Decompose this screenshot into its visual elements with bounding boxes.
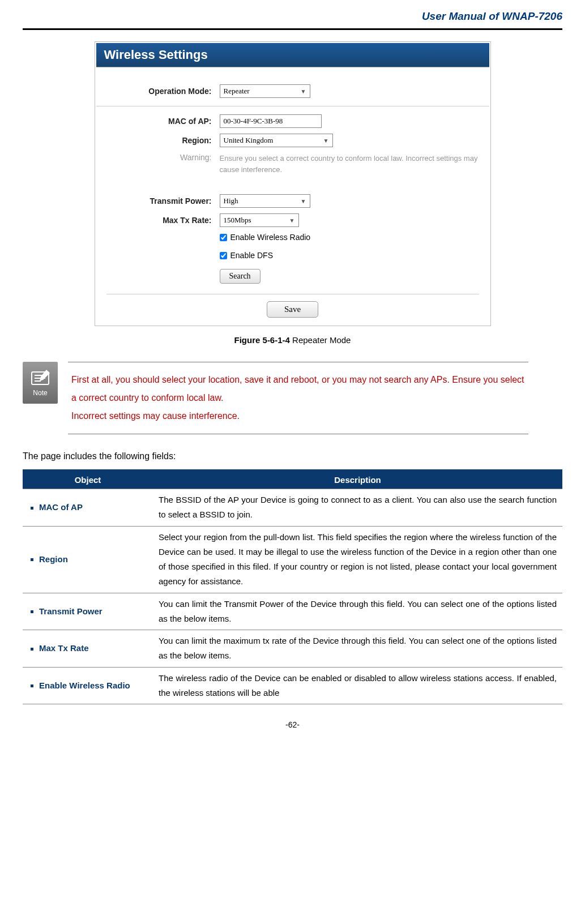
table-row: Region Select your region from the pull-… (23, 526, 562, 593)
label-mac-of-ap: MAC of AP: (106, 117, 220, 126)
header-rule (23, 28, 562, 30)
mac-of-ap-input[interactable]: 00-30-4F-9C-3B-98 (220, 114, 322, 128)
region-select[interactable]: United Kingdom ▼ (220, 134, 333, 147)
figure-caption-text: Repeater Mode (290, 335, 351, 345)
chevron-down-icon: ▼ (289, 217, 295, 224)
bullet-icon (31, 610, 33, 613)
row-search: Search (106, 269, 479, 284)
transmit-power-value: High (224, 196, 238, 206)
row-enable-wireless-radio: Enable Wireless Radio (106, 233, 479, 245)
row-warning: Warning: Ensure you select a correct cou… (106, 153, 479, 175)
label-max-tx-rate: Max Tx Rate: (106, 216, 220, 225)
table-row: Transmit Power You can limit the Transmi… (23, 593, 562, 630)
enable-dfs-checkbox[interactable] (220, 252, 227, 259)
th-description: Description (153, 470, 562, 489)
figure-number: Figure 5-6-1-4 (234, 335, 290, 345)
obj-desc: The BSSID of the AP your Device is going… (153, 489, 562, 527)
obj-name: Enable Wireless Radio (39, 681, 130, 690)
table-row: Enable Wireless Radio The wireless radio… (23, 667, 562, 704)
label-warning: Warning: (106, 153, 220, 162)
note-line-1: First at all, you should select your loc… (71, 371, 525, 407)
region-value: United Kingdom (224, 136, 274, 145)
label-transmit-power: Transmit Power: (106, 196, 220, 206)
note-icon-label: Note (33, 389, 47, 397)
table-row: Max Tx Rate You can limit the maximum tx… (23, 630, 562, 668)
enable-wireless-radio-checkbox[interactable] (220, 234, 227, 241)
pencil-note-icon (29, 369, 51, 387)
operation-mode-value: Repeater (224, 87, 250, 96)
row-operation-mode: Operation Mode: Repeater ▼ (106, 84, 479, 98)
note-line-2: Incorrect settings may cause interferenc… (71, 407, 525, 425)
note-icon: Note (23, 362, 58, 404)
note-content: First at all, you should select your loc… (68, 362, 528, 434)
obj-name: MAC of AP (39, 502, 83, 512)
intro-text: The page includes the following fields: (23, 451, 562, 461)
row-save: Save (106, 294, 479, 318)
page-footer: -62- (23, 720, 562, 729)
mac-of-ap-value: 00-30-4F-9C-3B-98 (224, 117, 283, 126)
divider (96, 106, 489, 106)
bullet-icon (31, 648, 33, 651)
obj-desc: You can limit the maximum tx rate of the… (153, 630, 562, 668)
obj-desc: You can limit the Transmit Power of the … (153, 593, 562, 630)
max-tx-rate-value: 150Mbps (224, 216, 251, 225)
bullet-icon (31, 685, 33, 687)
fields-table: Object Description MAC of AP The BSSID o… (23, 469, 562, 704)
wireless-settings-screenshot: Wireless Settings Operation Mode: Repeat… (95, 41, 491, 326)
row-max-tx-rate: Max Tx Rate: 150Mbps ▼ (106, 213, 479, 227)
warning-text: Ensure you select a correct country to c… (220, 153, 479, 175)
enable-dfs-label: Enable DFS (230, 251, 273, 260)
obj-desc: Select your region from the pull-down li… (153, 526, 562, 593)
enable-wireless-radio-label: Enable Wireless Radio (230, 233, 311, 242)
obj-name: Max Tx Rate (39, 643, 89, 653)
note-block: Note First at all, you should select you… (23, 362, 528, 434)
row-transmit-power: Transmit Power: High ▼ (106, 194, 479, 208)
operation-mode-select[interactable]: Repeater ▼ (220, 84, 310, 98)
row-mac-of-ap: MAC of AP: 00-30-4F-9C-3B-98 (106, 114, 479, 128)
chevron-down-icon: ▼ (301, 198, 306, 204)
row-region: Region: United Kingdom ▼ (106, 134, 479, 147)
row-enable-dfs: Enable DFS (106, 251, 479, 263)
search-button[interactable]: Search (220, 269, 261, 284)
doc-header-title: User Manual of WNAP-7206 (23, 0, 562, 28)
save-button[interactable]: Save (267, 301, 318, 318)
obj-name: Transmit Power (39, 606, 103, 616)
obj-name: Region (39, 554, 68, 564)
panel-title: Wireless Settings (96, 43, 489, 67)
figure-caption: Figure 5-6-1-4 Repeater Mode (23, 335, 562, 345)
chevron-down-icon: ▼ (301, 88, 306, 95)
chevron-down-icon: ▼ (323, 138, 329, 144)
bullet-icon (31, 507, 33, 510)
obj-desc: The wireless radio of the Device can be … (153, 667, 562, 704)
label-operation-mode: Operation Mode: (106, 87, 220, 96)
label-region: Region: (106, 136, 220, 145)
th-object: Object (23, 470, 153, 489)
transmit-power-select[interactable]: High ▼ (220, 194, 310, 208)
table-row: MAC of AP The BSSID of the AP your Devic… (23, 489, 562, 527)
max-tx-rate-select[interactable]: 150Mbps ▼ (220, 213, 299, 227)
bullet-icon (31, 558, 33, 561)
